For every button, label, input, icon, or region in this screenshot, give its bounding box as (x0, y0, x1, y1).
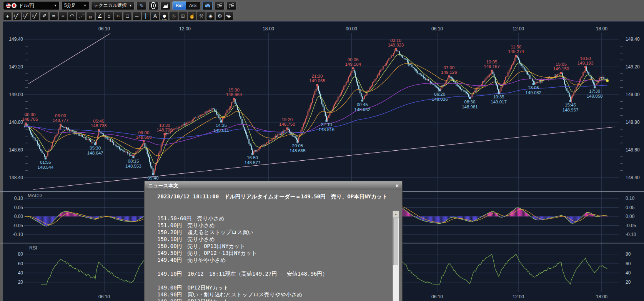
news-body: 151.50-60円 売り小さめ151.00円 売り小さめ150.20円 超える… (157, 215, 380, 301)
peak-marker (491, 70, 493, 72)
time-axis-label: 12:00 (513, 294, 524, 299)
arc-tool[interactable]: ◠ (68, 12, 77, 20)
trendline-2-tool[interactable]: 2╱ (22, 12, 30, 20)
annotation-value: 149.065 (309, 78, 325, 83)
news-titlebar[interactable]: ニュース本文 × (145, 181, 402, 190)
news-window[interactable]: ニュース本文 × 2023/10/12 18:11:00 ドル円リアルタイムオー… (144, 181, 403, 301)
annotation-time: 03:00 (55, 113, 66, 118)
annotation-time: 15:30 (228, 88, 240, 92)
peak-marker (515, 55, 517, 57)
peak-marker (584, 66, 586, 68)
annotation-value: 148.665 (290, 148, 306, 153)
wrench-tool: ⚒ (197, 12, 206, 20)
annotation-time: 09:00 (138, 130, 150, 135)
settings-tool[interactable]: ⚙ (215, 12, 224, 20)
icon-stamp-tool[interactable]: ☻icon (160, 12, 169, 20)
peak-marker (98, 129, 100, 131)
rsi-axis-label: 80 (626, 251, 631, 257)
circle-tool[interactable]: ○ (114, 12, 123, 20)
zoom-in-button[interactable] (226, 1, 236, 10)
text-tool[interactable]: A (151, 12, 160, 20)
currency-pair-selector[interactable]: ドル/円 ▼ (3, 1, 60, 10)
vertical-lines-tool[interactable]: |||| (86, 12, 95, 20)
us-flag-icon (6, 3, 11, 8)
annotation-value: 148.785 (22, 117, 38, 121)
ask-button[interactable]: Ask (186, 2, 200, 10)
annotation-value: 149.082 (526, 90, 542, 95)
scroll-thumb[interactable] (393, 218, 398, 265)
rsi-axis-label: 20 (18, 279, 23, 285)
timeframe-selector[interactable]: 5分足 ▼ (62, 1, 89, 10)
annotation-time: 03:10 (390, 38, 401, 43)
annotation-time: 05:45 (93, 119, 104, 123)
annotation-time: 10:05 (486, 60, 498, 64)
chart-type-button[interactable] (202, 1, 213, 10)
news-line: 150.10円 売り小さめ (157, 236, 380, 243)
macd-axis-label: -0.05 (13, 223, 23, 228)
pen-tool[interactable]: ✐ (40, 12, 49, 20)
pentagon-tool[interactable]: ⌂ (105, 12, 113, 20)
history-tool: ◷ (169, 12, 178, 20)
rsi-axis-label: 80 (18, 251, 23, 257)
fan-lines-tool[interactable]: ⋰ (77, 12, 86, 20)
trendline-1-tool[interactable]: 1╱ (12, 12, 21, 20)
time-axis-label: 06:10 (98, 294, 110, 299)
zoom-out-button[interactable] (215, 1, 225, 10)
price-axis-label: 148.60 (9, 147, 23, 153)
peak-marker (164, 133, 166, 135)
news-line: 151.00円 売り小さめ (157, 222, 380, 229)
peak-marker (233, 98, 235, 100)
clear-all-tool[interactable]: ✶◈ (225, 12, 233, 20)
annotation-time: 10:30 (159, 123, 170, 128)
annotation-value: 149.126 (441, 70, 457, 75)
trendline-3-tool[interactable]: 3╱ (31, 12, 40, 20)
draw-pencil-button[interactable]: ✎ (136, 1, 146, 10)
hline-tool[interactable]: ─ (132, 12, 141, 20)
annotation-value: 148.647 (87, 151, 103, 155)
news-line: 148.80円 OP12日NYカット (157, 298, 380, 301)
annotation-time: 15:05 (556, 62, 567, 67)
annotation-value: 149.193 (577, 61, 594, 65)
annotation-value: 149.036 (432, 97, 448, 101)
mountain-chart-button[interactable] (160, 1, 170, 10)
scroll-up-arrow[interactable]: ▲ (393, 211, 399, 218)
annotation-value: 148.656 (136, 135, 152, 140)
crosshair-tool[interactable]: ＋ (3, 12, 12, 20)
macd-axis-label: 0.05 (626, 205, 635, 210)
macd-axis-label: 0.10 (626, 196, 635, 201)
mountain-icon (163, 3, 168, 8)
annotation-value: 148.577 (245, 160, 261, 165)
multi-hline-tool[interactable]: ≡ (58, 12, 67, 20)
news-scrollbar[interactable]: ▲ (393, 211, 399, 301)
eraser-tool[interactable]: ◈ (206, 12, 215, 20)
chevron-down-icon: ▼ (129, 4, 132, 7)
annotation-time: 17:30 (589, 89, 600, 93)
trough-marker (251, 153, 253, 155)
annotation-value: 148.816 (318, 127, 334, 132)
close-icon[interactable]: × (396, 183, 399, 188)
timeframe-label: 5分足 (64, 2, 76, 9)
annotation-time: 08:15 (128, 159, 139, 163)
annotation-time: 16:50 (580, 56, 591, 61)
peak-marker (25, 123, 27, 125)
parallel-lines-tool[interactable]: ＝ (49, 12, 58, 20)
vline-tool[interactable]: │ (141, 12, 150, 20)
news-line: 148.90円 買い・割り込むとストップロス売りやや小さめ (157, 291, 380, 298)
trough-marker (220, 121, 222, 123)
annotation-time: 15:45 (565, 103, 576, 107)
info-button[interactable]: i (148, 1, 158, 10)
ray-lines-tool[interactable]: ∠ (95, 12, 104, 20)
trough-marker (498, 92, 500, 94)
copy-tool: ⊞ (178, 12, 187, 20)
bid-button[interactable]: Bid (173, 2, 185, 10)
trough-marker (533, 83, 534, 85)
candlestick-icon (205, 3, 210, 8)
rectangle-tool[interactable]: □ (123, 12, 132, 20)
news-line: 151.50-60円 売り小さめ (157, 215, 380, 222)
annotation-value: 148.957 (562, 108, 579, 112)
rsi-axis-label: 40 (18, 270, 23, 276)
price-axis-label: 149.40 (9, 37, 23, 42)
annotation-value: 148.750 (279, 122, 295, 126)
annotation-time: 07:00 (443, 65, 454, 70)
technical-select-button[interactable]: テクニカル選択 ▼ (91, 1, 135, 10)
